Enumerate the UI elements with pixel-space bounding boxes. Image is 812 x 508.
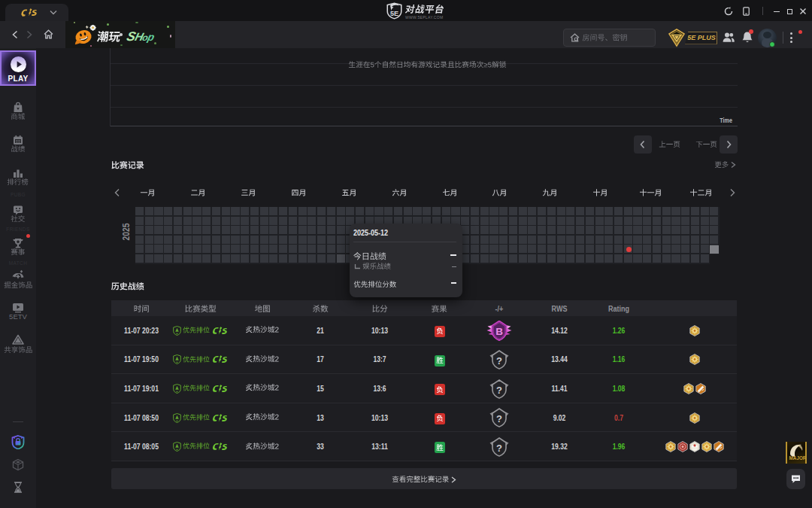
svg-text:5E: 5E bbox=[390, 10, 398, 17]
svg-text:B: B bbox=[495, 326, 503, 337]
svg-text:?: ? bbox=[496, 413, 502, 424]
svg-text:?: ? bbox=[496, 442, 502, 453]
svg-text:?: ? bbox=[496, 384, 502, 395]
svg-text:?: ? bbox=[496, 354, 502, 366]
